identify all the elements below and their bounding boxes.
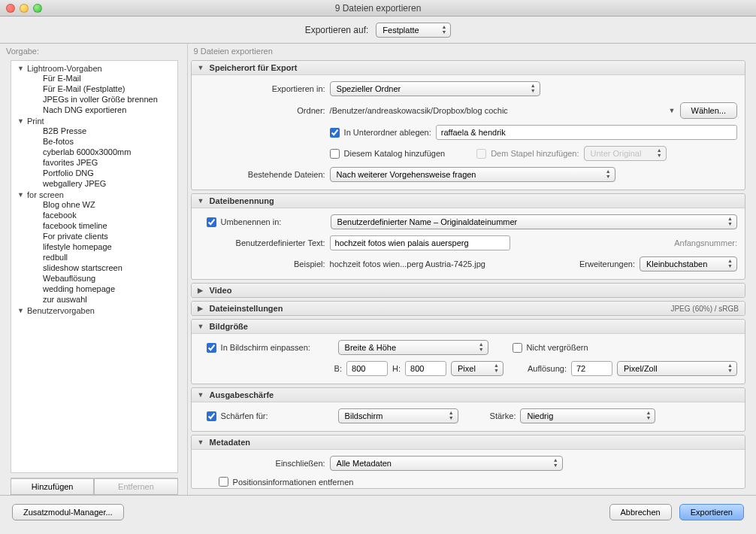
resolution-unit-select[interactable]: Pixel/Zoll bbox=[617, 361, 737, 376]
rename-checkbox[interactable] bbox=[207, 217, 216, 227]
height-label: H: bbox=[392, 364, 401, 373]
size-unit-select[interactable]: Pixel bbox=[451, 361, 503, 376]
preset-item[interactable]: favorites JPEG bbox=[17, 157, 177, 168]
metadata-include-select[interactable]: Alle Metadaten bbox=[330, 456, 563, 471]
preset-item[interactable]: lifestyle homepage bbox=[17, 241, 177, 252]
preset-heading: Vorgabe: bbox=[0, 44, 187, 60]
export-destination-row: Exportieren auf: Festplatte ▲▼ bbox=[0, 17, 756, 44]
export-button[interactable]: Exportieren bbox=[679, 504, 744, 520]
stack-position-select: Unter Original bbox=[584, 146, 667, 161]
preset-group[interactable]: ▼for screen bbox=[17, 190, 177, 199]
sharpen-for-select[interactable]: Bildschirm bbox=[338, 408, 458, 423]
preset-group[interactable]: ▼Benutzervorgaben bbox=[17, 306, 177, 315]
subfolder-checkbox[interactable] bbox=[330, 128, 340, 138]
rename-template-select[interactable]: Benutzerdefinierter Name – Originaldatei… bbox=[331, 214, 737, 229]
preset-item[interactable]: zur auswahl bbox=[17, 294, 177, 305]
folder-disclosure-icon[interactable]: ▼ bbox=[669, 107, 676, 114]
panel-naming: ▼ Dateibenennung Umbenennen in: Benutzer… bbox=[191, 193, 745, 280]
fit-label: In Bildschirm einpassen: bbox=[221, 343, 334, 352]
preset-item[interactable]: facebook timeline bbox=[17, 220, 177, 231]
preset-item[interactable]: For private clients bbox=[17, 231, 177, 241]
resolution-label: Auflösung: bbox=[528, 364, 567, 373]
panel-filesettings: ▶ Dateieinstellungen JPEG (60%) / sRGB bbox=[191, 301, 745, 316]
preset-group[interactable]: ▼Lightroom-Vorgaben bbox=[17, 64, 177, 73]
choose-folder-button[interactable]: Wählen... bbox=[680, 102, 737, 119]
preset-item[interactable]: Be-fotos bbox=[17, 136, 177, 147]
fit-mode-select[interactable]: Breite & Höhe bbox=[338, 340, 488, 355]
chevron-down-icon: ▼ bbox=[17, 307, 25, 314]
filesettings-summary: JPEG (60%) / sRGB bbox=[670, 305, 739, 313]
plugin-manager-button[interactable]: Zusatzmodul-Manager... bbox=[12, 504, 124, 520]
preset-item[interactable]: Für E-Mail (Festplatte) bbox=[17, 83, 177, 94]
add-catalog-label: Diesem Katalog hinzufügen bbox=[344, 149, 446, 158]
preset-group-label: Benutzervorgaben bbox=[27, 306, 95, 315]
sharpen-for-label: Schärfen für: bbox=[221, 411, 334, 420]
preset-item[interactable]: redbull bbox=[17, 252, 177, 262]
preset-item[interactable]: Blog ohne WZ bbox=[17, 199, 177, 210]
window-title: 9 Dateien exportieren bbox=[335, 3, 422, 14]
width-label: B: bbox=[334, 364, 342, 373]
example-label: Beispiel: bbox=[199, 259, 325, 269]
disclosure-icon: ▼ bbox=[198, 323, 205, 330]
preset-group-label: Lightroom-Vorgaben bbox=[27, 64, 102, 73]
preset-item[interactable]: B2B Presse bbox=[17, 126, 177, 136]
remove-geo-checkbox[interactable] bbox=[219, 477, 228, 487]
panel-metadata: ▼ Metadaten Einschließen: Alle Metadaten… bbox=[191, 435, 745, 489]
preset-item[interactable]: slideshow startscreen bbox=[17, 262, 177, 273]
exportin-label: Exportieren in: bbox=[199, 84, 325, 93]
no-enlarge-checkbox[interactable] bbox=[513, 343, 522, 353]
no-enlarge-label: Nicht vergrößern bbox=[527, 343, 588, 352]
folder-label: Ordner: bbox=[199, 106, 325, 115]
disclosure-icon: ▶ bbox=[198, 305, 205, 312]
custom-text-input[interactable] bbox=[330, 235, 510, 250]
ext-case-select[interactable]: Kleinbuchstaben bbox=[640, 256, 737, 272]
resolution-input[interactable] bbox=[571, 361, 612, 376]
cancel-button[interactable]: Abbrechen bbox=[609, 504, 672, 520]
sharpen-checkbox[interactable] bbox=[207, 411, 216, 421]
preset-group[interactable]: ▼Print bbox=[17, 117, 177, 126]
zoom-icon[interactable] bbox=[33, 4, 42, 13]
preset-item[interactable]: cyberlab 6000x3000mm bbox=[17, 147, 177, 157]
width-input[interactable] bbox=[346, 361, 388, 376]
panel-title: Video bbox=[210, 286, 232, 295]
preset-item[interactable]: wedding homepage bbox=[17, 284, 177, 294]
preset-item[interactable]: Portfolio DNG bbox=[17, 168, 177, 178]
exportin-select[interactable]: Spezieller Ordner bbox=[330, 81, 540, 96]
panel-sizing: ▼ Bildgröße In Bildschirm einpassen: Bre… bbox=[191, 319, 745, 384]
fit-checkbox[interactable] bbox=[207, 343, 216, 353]
existing-files-select[interactable]: Nach weiterer Vorgehensweise fragen bbox=[330, 167, 615, 182]
preset-item[interactable]: webgallery JPEG bbox=[17, 178, 177, 189]
export-to-select[interactable]: Festplatte bbox=[376, 23, 451, 38]
chevron-down-icon: ▼ bbox=[17, 65, 25, 72]
panel-title: Bildgröße bbox=[210, 322, 248, 331]
panel-title: Ausgabeschärfe bbox=[210, 390, 274, 399]
sharpen-amount-select[interactable]: Niedrig bbox=[520, 408, 655, 423]
preset-item[interactable]: facebook bbox=[17, 210, 177, 220]
panel-video: ▶ Video bbox=[191, 283, 745, 298]
ext-label: Erweiterungen: bbox=[579, 259, 635, 269]
add-preset-button[interactable]: Hinzufügen bbox=[11, 478, 94, 495]
chevron-down-icon: ▼ bbox=[17, 117, 25, 125]
preset-list[interactable]: ▼Lightroom-VorgabenFür E-MailFür E-Mail … bbox=[11, 60, 178, 473]
remove-geo-label: Positionsinformationen entfernen bbox=[233, 478, 354, 487]
disclosure-icon: ▶ bbox=[198, 287, 205, 294]
preset-item[interactable]: Webauflösung bbox=[17, 273, 177, 284]
preset-item[interactable]: Nach DNG exportieren bbox=[17, 105, 177, 115]
preset-item[interactable]: Für E-Mail bbox=[17, 73, 177, 83]
titlebar: 9 Dateien exportieren bbox=[0, 0, 756, 17]
export-to-label: Exportieren auf: bbox=[305, 25, 369, 35]
add-stack-label: Dem Stapel hinzufügen: bbox=[491, 149, 579, 158]
preset-item[interactable]: JPEGs in voller Größe brennen bbox=[17, 94, 177, 105]
disclosure-icon: ▼ bbox=[198, 64, 205, 71]
custom-text-label: Benutzerdefinierter Text: bbox=[199, 238, 325, 247]
close-icon[interactable] bbox=[6, 4, 15, 13]
height-input[interactable] bbox=[405, 361, 446, 376]
minimize-icon[interactable] bbox=[20, 4, 29, 13]
metadata-include-label: Einschließen: bbox=[199, 459, 325, 468]
subfolder-label: In Unterordner ablegen: bbox=[344, 128, 431, 137]
subfolder-input[interactable] bbox=[436, 125, 737, 140]
disclosure-icon: ▼ bbox=[198, 197, 205, 205]
startnum-label: Anfangsnummer: bbox=[674, 238, 737, 247]
add-catalog-checkbox[interactable] bbox=[330, 149, 340, 159]
existing-label: Bestehende Dateien: bbox=[199, 170, 325, 179]
